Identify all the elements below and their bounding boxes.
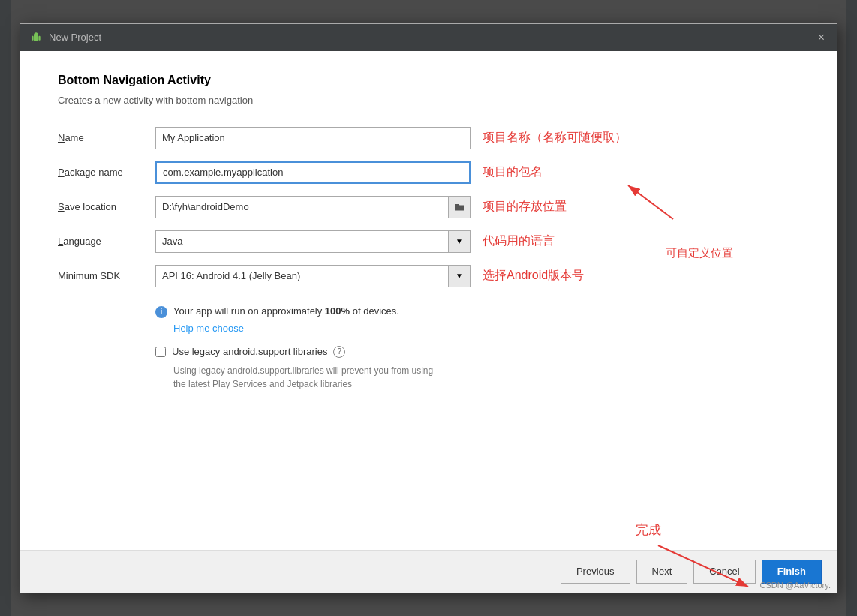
cancel-button[interactable]: Cancel [693, 560, 755, 584]
next-button[interactable]: Next [636, 560, 688, 584]
legacy-desc-line1: Using legacy android.support.libraries w… [173, 365, 433, 376]
min-sdk-label: Minimum SDK [58, 270, 155, 281]
new-project-dialog: New Project × Bottom Navigation Activity… [20, 23, 837, 593]
min-sdk-select[interactable]: API 16: Android 4.1 (Jelly Bean) API 21:… [155, 265, 471, 287]
browse-folder-button[interactable] [448, 196, 471, 218]
info-text: Your app will run on approximately 100% … [173, 305, 399, 317]
language-select-wrapper: Java Kotlin ▼ [155, 230, 471, 253]
name-input[interactable] [155, 127, 471, 149]
language-select[interactable]: Java Kotlin [155, 230, 471, 253]
close-button[interactable]: × [815, 30, 828, 45]
min-sdk-select-wrapper: API 16: Android 4.1 (Jelly Bean) API 21:… [155, 265, 471, 287]
legacy-help-icon[interactable]: ? [333, 346, 345, 358]
name-annotation: 项目名称（名称可随便取） [483, 130, 627, 146]
name-row: Name 项目名称（名称可随便取） [58, 127, 799, 149]
save-location-row: Save location 项目的存放位置 [58, 196, 799, 218]
titlebar-left: New Project [29, 31, 101, 44]
legacy-description: Using legacy android.support.libraries w… [173, 364, 799, 391]
name-label: Name [58, 132, 155, 143]
package-input[interactable] [155, 161, 471, 184]
info-percentage: 100% [325, 305, 350, 317]
package-label: Package name [58, 167, 155, 178]
info-row: i Your app will run on approximately 100… [155, 305, 799, 318]
save-location-input[interactable] [155, 196, 448, 218]
legacy-checkbox-label[interactable]: Use legacy android.support libraries [172, 346, 327, 357]
info-text-end: of devices. [350, 305, 399, 317]
dialog-body: Bottom Navigation Activity Creates a new… [20, 51, 837, 550]
dialog-footer: Previous Next Cancel Finish [20, 550, 837, 593]
save-location-input-group [155, 196, 471, 218]
language-annotation: 代码用的语言 [483, 233, 555, 249]
watermark: CSDN @AaVictory. [759, 581, 831, 590]
svg-point-0 [35, 33, 35, 34]
android-logo-icon [29, 31, 43, 44]
legacy-checkbox-row: Use legacy android.support libraries ? [155, 346, 799, 358]
min-sdk-annotation: 选择Android版本号 [483, 268, 584, 284]
save-location-label: Save location [58, 201, 155, 212]
activity-title: Bottom Navigation Activity [58, 74, 799, 87]
legacy-checkbox[interactable] [155, 347, 166, 357]
help-me-choose-link[interactable]: Help me choose [173, 323, 799, 334]
language-row: Language Java Kotlin ▼ 代码用的语言 [58, 230, 799, 253]
save-location-annotation: 项目的存放位置 [483, 199, 567, 215]
info-text-start: Your app will run on approximately [173, 305, 325, 317]
dialog-titlebar: New Project × [20, 24, 837, 51]
device-compatibility-section: i Your app will run on approximately 100… [155, 305, 799, 334]
dialog-title: New Project [49, 32, 101, 43]
min-sdk-row: Minimum SDK API 16: Android 4.1 (Jelly B… [58, 265, 799, 287]
legacy-desc-line2: the latest Play Services and Jetpack lib… [173, 379, 352, 389]
info-icon: i [155, 306, 167, 318]
svg-point-1 [37, 33, 38, 34]
language-label: Language [58, 236, 155, 247]
package-annotation: 项目的包名 [483, 164, 543, 180]
folder-icon [454, 203, 465, 212]
activity-description: Creates a new activity with bottom navig… [58, 95, 799, 106]
previous-button[interactable]: Previous [561, 560, 630, 584]
package-row: Package name 项目的包名 [58, 161, 799, 184]
